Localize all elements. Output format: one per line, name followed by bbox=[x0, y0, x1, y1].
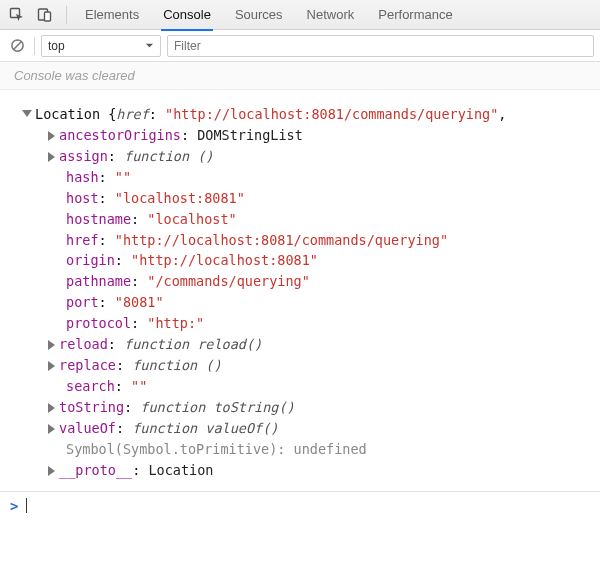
prop-key: reload bbox=[59, 336, 108, 352]
tab-label: Elements bbox=[85, 7, 139, 22]
prop-host: host: "localhost:8081" bbox=[22, 188, 590, 209]
prop-value: "http://localhost:8081" bbox=[131, 252, 318, 268]
prop-key: port bbox=[66, 294, 99, 310]
input-caret bbox=[26, 498, 27, 513]
prop-value: "8081" bbox=[115, 294, 164, 310]
chevron-down-icon bbox=[145, 41, 154, 50]
context-dropdown[interactable]: top bbox=[41, 35, 161, 57]
toolbar-divider bbox=[66, 6, 67, 24]
disclosure-triangle-icon[interactable] bbox=[48, 403, 55, 413]
prop-proto[interactable]: __proto__: Location bbox=[22, 460, 590, 481]
disclosure-triangle-icon[interactable] bbox=[48, 466, 55, 476]
prop-toString[interactable]: toString: function toString() bbox=[22, 397, 590, 418]
prop-key: href bbox=[66, 232, 99, 248]
console-cleared-message: Console was cleared bbox=[0, 62, 600, 90]
filter-input[interactable] bbox=[167, 35, 594, 57]
clear-console-icon[interactable] bbox=[6, 38, 28, 53]
prop-valueOf[interactable]: valueOf: function valueOf() bbox=[22, 418, 590, 439]
disclosure-triangle-icon[interactable] bbox=[48, 361, 55, 371]
object-header[interactable]: Location {href: "http://localhost:8081/c… bbox=[22, 104, 590, 125]
function-sig: () bbox=[205, 357, 221, 373]
prop-key: search bbox=[66, 378, 115, 394]
function-keyword: function bbox=[124, 148, 189, 164]
prop-key: origin bbox=[66, 252, 115, 268]
panel-tabs: Elements Console Sources Network Perform… bbox=[73, 0, 465, 30]
prop-value: "" bbox=[115, 169, 131, 185]
prop-key: ancestorOrigins bbox=[59, 127, 181, 143]
prop-port: port: "8081" bbox=[22, 292, 590, 313]
prop-value: DOMStringList bbox=[197, 127, 303, 143]
prop-key: hash bbox=[66, 169, 99, 185]
disclosure-triangle-icon[interactable] bbox=[48, 424, 55, 434]
svg-line-4 bbox=[13, 42, 21, 50]
devtools-main-toolbar: Elements Console Sources Network Perform… bbox=[0, 0, 600, 30]
object-value: "http://localhost:8081/commands/querying… bbox=[165, 106, 498, 122]
prop-key: __proto__ bbox=[59, 462, 132, 478]
function-keyword: function bbox=[132, 420, 197, 436]
tab-sources[interactable]: Sources bbox=[223, 0, 295, 30]
prop-key: hostname bbox=[66, 211, 131, 227]
prop-pathname: pathname: "/commands/querying" bbox=[22, 271, 590, 292]
prop-origin: origin: "http://localhost:8081" bbox=[22, 250, 590, 271]
function-sig: valueOf() bbox=[205, 420, 278, 436]
prop-replace[interactable]: replace: function () bbox=[22, 355, 590, 376]
prop-ancestorOrigins[interactable]: ancestorOrigins: DOMStringList bbox=[22, 125, 590, 146]
tab-label: Console bbox=[163, 7, 211, 22]
prop-value: undefined bbox=[294, 441, 367, 457]
object-type: Location bbox=[35, 106, 100, 122]
function-keyword: function bbox=[140, 399, 205, 415]
tab-label: Performance bbox=[378, 7, 452, 22]
prop-key: valueOf bbox=[59, 420, 116, 436]
prop-assign[interactable]: assign: function () bbox=[22, 146, 590, 167]
disclosure-triangle-icon[interactable] bbox=[48, 340, 55, 350]
prop-key: host bbox=[66, 190, 99, 206]
prop-hash: hash: "" bbox=[22, 167, 590, 188]
filterbar-divider bbox=[34, 37, 35, 55]
prop-search: search: "" bbox=[22, 376, 590, 397]
prop-key: assign bbox=[59, 148, 108, 164]
prop-reload[interactable]: reload: function reload() bbox=[22, 334, 590, 355]
prop-key: Symbol(Symbol.toPrimitive) bbox=[66, 441, 277, 457]
inspect-element-icon[interactable] bbox=[4, 4, 30, 26]
prompt-chevron-icon: > bbox=[10, 498, 18, 514]
console-filter-bar: top bbox=[0, 30, 600, 62]
console-input-row[interactable]: > bbox=[0, 491, 600, 520]
prop-value: "" bbox=[131, 378, 147, 394]
disclosure-triangle-icon[interactable] bbox=[48, 152, 55, 162]
function-keyword: function bbox=[124, 336, 189, 352]
prop-key: toString bbox=[59, 399, 124, 415]
device-toggle-icon[interactable] bbox=[32, 4, 58, 26]
prop-hostname: hostname: "localhost" bbox=[22, 209, 590, 230]
prop-value: "localhost" bbox=[147, 211, 236, 227]
console-output: Location {href: "http://localhost:8081/c… bbox=[0, 90, 600, 491]
prop-key: pathname bbox=[66, 273, 131, 289]
function-sig: () bbox=[197, 148, 213, 164]
prop-value: "/commands/querying" bbox=[147, 273, 310, 289]
tab-network[interactable]: Network bbox=[295, 0, 367, 30]
tab-performance[interactable]: Performance bbox=[366, 0, 464, 30]
prop-value: Location bbox=[148, 462, 213, 478]
disclosure-triangle-open-icon[interactable] bbox=[22, 110, 32, 117]
prop-value: "http:" bbox=[147, 315, 204, 331]
prop-value: "http://localhost:8081/commands/querying… bbox=[115, 232, 448, 248]
function-keyword: function bbox=[132, 357, 197, 373]
tab-label: Network bbox=[307, 7, 355, 22]
context-label: top bbox=[48, 39, 65, 53]
tab-label: Sources bbox=[235, 7, 283, 22]
prop-key: replace bbox=[59, 357, 116, 373]
disclosure-triangle-icon[interactable] bbox=[48, 131, 55, 141]
function-sig: reload() bbox=[197, 336, 262, 352]
function-sig: toString() bbox=[213, 399, 294, 415]
tab-elements[interactable]: Elements bbox=[73, 0, 151, 30]
object-key: href bbox=[116, 106, 149, 122]
prop-symbol-toPrimitive: Symbol(Symbol.toPrimitive): undefined bbox=[22, 439, 590, 460]
tab-console[interactable]: Console bbox=[151, 0, 223, 30]
prop-href: href: "http://localhost:8081/commands/qu… bbox=[22, 230, 590, 251]
prop-value: "localhost:8081" bbox=[115, 190, 245, 206]
prop-protocol: protocol: "http:" bbox=[22, 313, 590, 334]
prop-key: protocol bbox=[66, 315, 131, 331]
svg-rect-2 bbox=[45, 12, 51, 21]
